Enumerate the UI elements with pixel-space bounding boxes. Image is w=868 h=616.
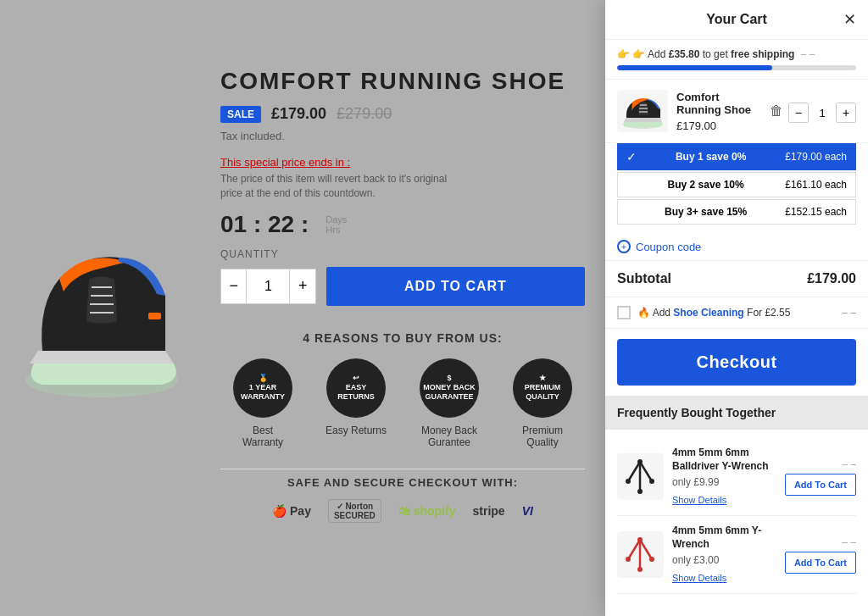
cart-item-details: Comfort Running Shoe £179.00 [676, 91, 761, 132]
fbt-item-1-price: only £9.99 [672, 476, 776, 488]
shipping-emoji: 👉 [617, 48, 630, 60]
upsell-fire: 🔥 [637, 307, 650, 319]
original-price: £279.00 [337, 105, 392, 123]
quantity-increase-button[interactable]: + [289, 269, 315, 304]
tier-2-label: Buy 2 save 10% [668, 179, 744, 191]
shipping-text: 👉 👉 Add £35.80 to get free shipping – – [617, 48, 856, 60]
money-back-icon: $MONEY BACKGUARANTEE [420, 358, 479, 418]
countdown-row: 01 : 22 : Days Hrs [220, 211, 585, 238]
fbt-item-1-details: 4mm 5mm 6mm Balldriver Y-Wrench only £9.… [672, 447, 776, 507]
quantity-decrease-button[interactable]: − [220, 269, 247, 304]
svg-line-12 [640, 462, 652, 481]
svg-point-22 [649, 557, 654, 562]
fbt-item-1-dash: – – [842, 458, 856, 470]
upsell-checkbox[interactable] [617, 306, 631, 319]
volume-tiers: ✓ Buy 1 save 0% £179.00 each Buy 2 save … [617, 143, 856, 225]
progress-bar [617, 65, 856, 70]
fbt-item-1-name: 4mm 5mm 6mm Balldriver Y-Wrench [672, 447, 776, 473]
cart-item-controls: 🗑 − 1 + [770, 99, 856, 123]
shipping-prefix: 👉 Add [632, 48, 668, 60]
cart-qty-decrease-button[interactable]: − [788, 103, 809, 123]
reasons-section: 4 REASONS TO BUY FROM US: 🏅1 YEARWARRANT… [220, 331, 585, 448]
warranty-label: BestWarranty [229, 425, 297, 448]
svg-line-19 [640, 540, 652, 559]
shipping-suffix: to get [703, 48, 731, 60]
shipping-dash: – – [801, 48, 815, 60]
upsell-link[interactable]: Shoe Cleaning [673, 307, 743, 319]
cart-header: Your Cart ✕ [605, 0, 868, 40]
svg-point-16 [637, 489, 643, 494]
apple-pay-icon: 🍎 Pay [272, 504, 311, 518]
upsell-row: 🔥 Add Shoe Cleaning For £2.55 – – [605, 297, 868, 329]
sale-badge: SALE [220, 106, 261, 123]
fbt-section: Frequently Bought Together 4mm 5mm 6mm B… [617, 396, 856, 594]
upsell-text: 🔥 Add Shoe Cleaning For £2.55 [637, 307, 790, 319]
product-image-area [0, 0, 203, 616]
reason-money-back: $MONEY BACKGUARANTEE Money BackGurantee [415, 358, 483, 448]
tier-1-label: Buy 1 save 0% [676, 151, 746, 163]
fbt-header: Frequently Bought Together [605, 396, 868, 430]
warranty-icon: 🏅1 YEARWARRANTY [233, 358, 292, 418]
secure-checkout-section: SAFE AND SECURE CHECKOUT WITH: 🍎 Pay ✓ N… [220, 469, 585, 523]
checkout-button[interactable]: Checkout [617, 339, 856, 386]
fbt-item-1: 4mm 5mm 6mm Balldriver Y-Wrench only £9.… [617, 438, 856, 516]
tier-1-price: £179.00 each [785, 151, 847, 163]
tier-3[interactable]: Buy 3+ save 15% £152.15 each [617, 199, 856, 225]
coupon-row[interactable]: + Coupon code [605, 233, 868, 261]
visa-icon: VI [522, 504, 533, 518]
tier-3-price: £152.15 each [785, 206, 847, 218]
countdown-hrs-label: Hrs [326, 225, 347, 235]
reasons-grid: 🏅1 YEARWARRANTY BestWarranty ↩EASYRETURN… [220, 358, 585, 448]
quantity-label: QUANTITY [220, 248, 585, 260]
svg-point-21 [626, 557, 631, 562]
countdown-value: 01 : 22 : [220, 211, 309, 238]
fbt-item-2-name: 4mm 5mm 6mm Y-Wrench [672, 524, 776, 551]
premium-icon: ★PREMIUMQUALITY [513, 358, 572, 418]
reasons-title: 4 REASONS TO BUY FROM US: [220, 331, 585, 345]
add-to-cart-button[interactable]: ADD TO CART [326, 267, 585, 306]
cart-item-name: Comfort Running Shoe [676, 91, 761, 116]
upsell-dash: – – [842, 307, 856, 319]
delete-item-button[interactable]: 🗑 [770, 103, 783, 119]
cart-item: Comfort Running Shoe £179.00 🗑 − 1 + [605, 80, 868, 143]
quantity-input[interactable] [247, 269, 289, 304]
reason-premium: ★PREMIUMQUALITY PremiumQuality [509, 358, 576, 448]
fbt-item-2-price: only £3.00 [672, 554, 776, 566]
fbt-wrench-2-svg [621, 536, 659, 574]
svg-point-15 [649, 479, 654, 484]
fbt-item-2-details: 4mm 5mm 6mm Y-Wrench only £3.00 Show Det… [672, 524, 776, 585]
subtotal-row: Subtotal £179.00 [605, 261, 868, 297]
svg-point-14 [626, 479, 631, 484]
cart-item-shoe-svg [620, 92, 666, 130]
stripe-icon: stripe [473, 504, 505, 518]
upsell-prefix: Add [653, 307, 674, 319]
fbt-item-1-add-button[interactable]: Add To Cart [785, 474, 856, 496]
svg-point-13 [637, 459, 643, 464]
subtotal-label: Subtotal [617, 271, 671, 286]
norton-icon: ✓ NortonSECURED [328, 499, 381, 523]
svg-point-20 [637, 537, 643, 542]
fbt-item-2-image [617, 531, 664, 578]
tier-1[interactable]: ✓ Buy 1 save 0% £179.00 each [617, 143, 856, 170]
cart-sidebar: Your Cart ✕ 👉 👉 Add £35.80 to get free s… [605, 0, 868, 616]
cart-item-price: £179.00 [676, 119, 761, 132]
svg-line-18 [628, 540, 640, 559]
cart-close-button[interactable]: ✕ [843, 10, 856, 29]
fbt-item-2-add-button[interactable]: Add To Cart [785, 552, 856, 574]
reason-returns: ↩EASYRETURNS Easy Returns [322, 358, 390, 448]
tier-2[interactable]: Buy 2 save 10% £161.10 each [617, 172, 856, 197]
payment-icons: 🍎 Pay ✓ NortonSECURED 🛍 shopify stripe V… [220, 499, 585, 523]
fbt-item-1-image [617, 453, 664, 500]
special-price-link[interactable]: This special price ends in : [220, 156, 585, 169]
coupon-icon: + [617, 240, 631, 253]
product-image [17, 139, 186, 478]
tier-2-price: £161.10 each [785, 179, 847, 191]
svg-line-11 [628, 462, 640, 481]
cart-item-qty: − 1 + [788, 103, 856, 123]
cart-qty-increase-button[interactable]: + [836, 103, 856, 123]
fbt-item-1-show-details[interactable]: Show Details [672, 495, 726, 505]
returns-label: Easy Returns [322, 425, 390, 436]
svg-point-23 [637, 567, 643, 572]
cart-title: Your Cart [706, 12, 767, 27]
fbt-item-2-show-details[interactable]: Show Details [672, 573, 726, 583]
